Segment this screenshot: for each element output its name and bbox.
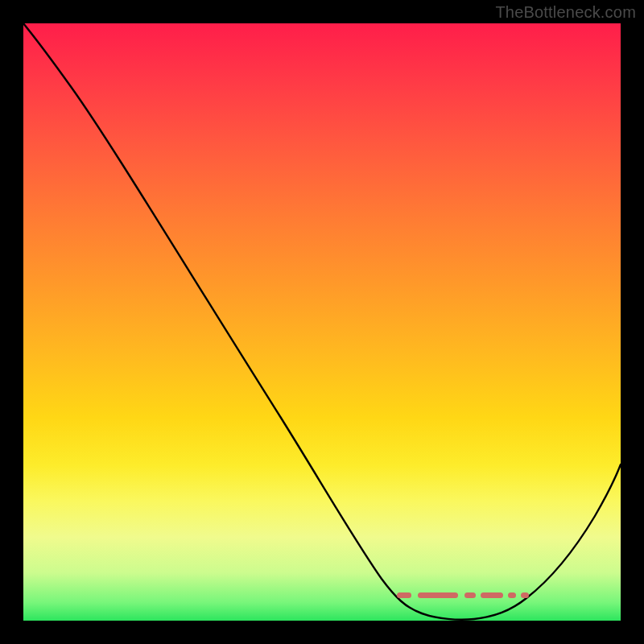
- bottleneck-curve: [23, 23, 621, 621]
- plot-area: [23, 23, 621, 621]
- watermark-text: TheBottleneck.com: [495, 3, 636, 22]
- chart-stage: TheBottleneck.com: [0, 0, 644, 644]
- curve-path: [23, 23, 621, 620]
